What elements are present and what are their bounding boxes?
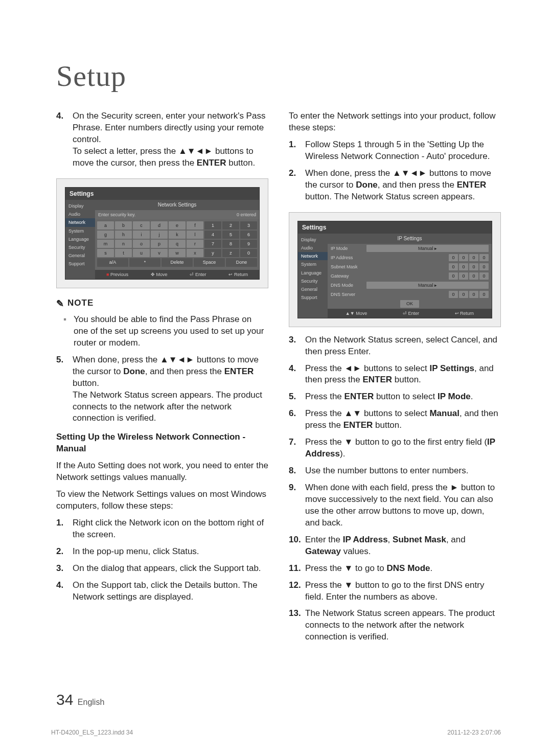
step-number: 9. bbox=[289, 482, 301, 529]
step-number: 4. bbox=[289, 363, 301, 386]
step: 11.Press the ▼ to go to DNS Mode. bbox=[289, 563, 501, 575]
step: 10.Enter the IP Address, Subnet Mask, an… bbox=[289, 534, 501, 558]
ip-label: IP Mode bbox=[331, 245, 366, 251]
key: 3 bbox=[240, 221, 257, 230]
ip-row: DNS Server0000 bbox=[328, 290, 492, 299]
win-step: 1.Right click the Network icon on the bo… bbox=[56, 517, 268, 541]
step-number: 12. bbox=[289, 580, 301, 603]
step-number: 11. bbox=[289, 563, 301, 575]
ip-label: Subnet Mask bbox=[331, 264, 366, 270]
screenshot-keyboard: Settings Display Audio Network System La… bbox=[56, 178, 268, 288]
panel-title: Network Settings bbox=[95, 200, 259, 210]
ip-row: Subnet Mask0000 bbox=[328, 262, 492, 271]
ip-row: Gateway0000 bbox=[328, 271, 492, 281]
paragraph: If the Auto Setting does not work, you n… bbox=[56, 460, 268, 484]
key: 4 bbox=[204, 231, 221, 239]
page-footer: 34 English bbox=[56, 690, 104, 711]
ip-value: Manual ▸ bbox=[366, 245, 489, 252]
step-4: 4. On the Security screen, enter your ne… bbox=[56, 110, 268, 169]
shot-footer: Previous ✥ Move ⏎ Enter ↩ Return bbox=[95, 270, 259, 279]
key: p bbox=[151, 240, 168, 248]
step: 9.When done with each field, press the ►… bbox=[289, 482, 501, 529]
step-number: 6. bbox=[289, 408, 301, 431]
ip-value: 0000 bbox=[366, 254, 489, 261]
key: m bbox=[97, 240, 114, 248]
key-func: Delete bbox=[162, 258, 193, 266]
key: z bbox=[222, 249, 239, 257]
step: 5.Press the ENTER button to select IP Mo… bbox=[289, 391, 501, 403]
ip-label: DNS Mode bbox=[331, 282, 366, 288]
key: y bbox=[204, 249, 221, 257]
panel-title: IP Settings bbox=[328, 234, 492, 244]
key: e bbox=[169, 221, 186, 230]
left-column: 4. On the Security screen, enter your ne… bbox=[56, 110, 268, 648]
footer-left: HT-D4200_ELS_1223.indd 34 bbox=[51, 728, 133, 737]
key: 1 bbox=[204, 221, 221, 230]
page-language: English bbox=[78, 698, 104, 706]
step: 12.Press the ▼ button to go to the first… bbox=[289, 580, 501, 603]
ip-label: IP Address bbox=[331, 255, 366, 261]
step: 3.On the Network Status screen, select C… bbox=[289, 334, 501, 358]
step-1: 1.Follow Steps 1 through 5 in the 'Setti… bbox=[289, 139, 501, 163]
key: 6 bbox=[240, 231, 257, 239]
step-text: Press the ▼ to go to DNS Mode. bbox=[305, 563, 501, 575]
onscreen-keyboard: abcdef123 ghijkl456 mnopqr789 stuvwxyz0 … bbox=[95, 219, 259, 270]
key: h bbox=[115, 231, 132, 239]
key: i bbox=[133, 231, 150, 239]
shot-menu: Display Audio Network System Language Se… bbox=[298, 234, 328, 318]
step-number: 4. bbox=[56, 110, 68, 169]
step-number: 8. bbox=[289, 465, 301, 477]
print-footer: HT-D4200_ELS_1223.indd 34 2011-12-23 2:0… bbox=[51, 728, 501, 737]
step-number: 13. bbox=[289, 608, 301, 643]
ok-button: OK bbox=[400, 300, 419, 307]
prompt-right: 0 entered bbox=[237, 212, 256, 218]
shot-menu: Display Audio Network System Language Se… bbox=[65, 200, 95, 279]
step-5: 5. When done, press the ▲▼◄► buttons to … bbox=[56, 354, 268, 425]
key: s bbox=[97, 249, 114, 257]
page-title: Setup bbox=[56, 56, 501, 96]
ip-row: DNS ModeManual ▸ bbox=[328, 281, 492, 290]
key: g bbox=[97, 231, 114, 239]
key: b bbox=[115, 221, 132, 230]
key: d bbox=[151, 221, 168, 230]
step-number: 10. bbox=[289, 534, 301, 558]
key: 0 bbox=[240, 249, 257, 257]
step-text: Press the ENTER button to select IP Mode… bbox=[305, 391, 501, 403]
step: 13.The Network Status screen appears. Th… bbox=[289, 608, 501, 643]
ip-value: 0000 bbox=[366, 263, 489, 270]
key-func: * bbox=[129, 258, 160, 266]
step-text: The Network Status screen appears. The p… bbox=[305, 608, 501, 643]
step-text: Press the ▲▼ buttons to select Manual, a… bbox=[305, 408, 501, 431]
key: n bbox=[115, 240, 132, 248]
step-text: On the Security screen, enter your netwo… bbox=[73, 110, 268, 169]
key: j bbox=[151, 231, 168, 239]
key: 2 bbox=[222, 221, 239, 230]
shot-footer: ▲▼ Move ⏎ Enter ↩ Return bbox=[328, 309, 492, 318]
step-number: 7. bbox=[289, 437, 301, 460]
ip-label: Gateway bbox=[331, 273, 366, 279]
note-item: You should be able to find the Pass Phra… bbox=[56, 314, 268, 349]
ip-row: IP ModeManual ▸ bbox=[328, 244, 492, 253]
key: q bbox=[169, 240, 186, 248]
ip-label: DNS Server bbox=[331, 291, 366, 297]
key-func: Done bbox=[226, 258, 257, 266]
key: k bbox=[169, 231, 186, 239]
prompt-left: Enter security key. bbox=[98, 212, 135, 218]
step-text: Press the ▼ button to go to the first en… bbox=[305, 437, 501, 460]
key-func: Space bbox=[194, 258, 225, 266]
win-step: 3.On the dialog that appears, click the … bbox=[56, 563, 268, 575]
step-text: When done with each field, press the ► b… bbox=[305, 482, 501, 529]
step-number: 5. bbox=[289, 391, 301, 403]
win-step: 2.In the pop-up menu, click Status. bbox=[56, 546, 268, 558]
key: t bbox=[115, 249, 132, 257]
key: l bbox=[187, 231, 203, 239]
paragraph: To enter the Network settings into your … bbox=[289, 110, 501, 134]
key: v bbox=[151, 249, 168, 257]
key: u bbox=[133, 249, 150, 257]
step: 6.Press the ▲▼ buttons to select Manual,… bbox=[289, 408, 501, 431]
content-columns: 4. On the Security screen, enter your ne… bbox=[56, 110, 501, 648]
note-icon: ✎ bbox=[56, 297, 64, 310]
step-text: Use the number buttons to enter numbers. bbox=[305, 465, 501, 477]
key: a bbox=[97, 221, 114, 230]
key: 9 bbox=[240, 240, 257, 248]
